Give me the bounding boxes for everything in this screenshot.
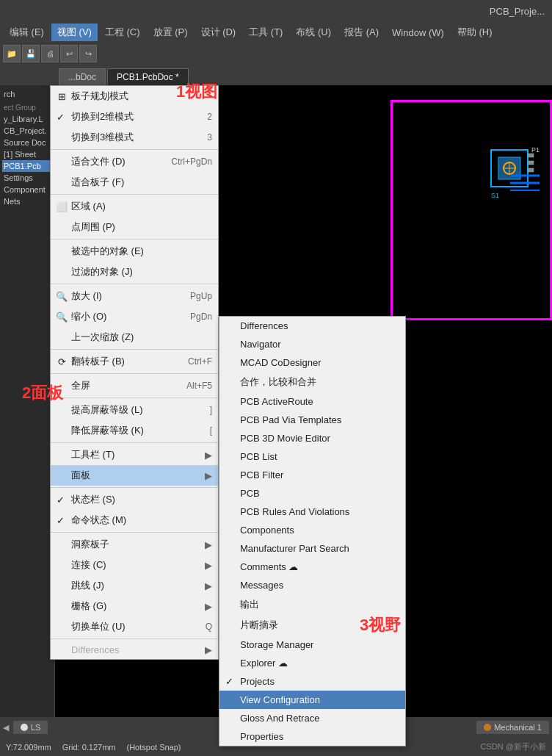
panel-collaborate[interactable]: 合作，比较和合并 (219, 372, 405, 392)
panel-projects[interactable]: ✓ Projects (219, 672, 405, 691)
bottom-tab-ls[interactable]: LS (13, 721, 48, 734)
menu-item-connect[interactable]: 连接 (C) ▶ (51, 555, 218, 575)
panel-pcblist[interactable]: PCB List (219, 447, 405, 466)
menu-item-cmdstatus[interactable]: ✓ 命令状态 (M) (51, 510, 218, 530)
menu-item-prev-zoom[interactable]: 上一次缩放 (Z) (51, 327, 218, 348)
menu-item-toolbar[interactable]: 工具栏 (T) ▶ (51, 444, 218, 465)
menu-item-statusbar[interactable]: ✓ 状态栏 (S) (51, 489, 218, 510)
menu-item-fit-doc[interactable]: 适合文件 (D) Ctrl+PgDn (51, 151, 218, 172)
menu-design[interactable]: 设计 (D) (195, 24, 242, 41)
menu-item-insight[interactable]: 洞察板子 ▶ (51, 534, 218, 555)
panel-output[interactable]: 输出 (219, 594, 405, 615)
board-plan-icon: ⊞ (55, 90, 68, 103)
coord-display: Y:72.009mm (6, 743, 51, 752)
menu-route[interactable]: 布线 (U) (290, 24, 337, 41)
left-panel-item-pcb[interactable]: PCB1.Pcb (2, 160, 52, 172)
left-panel-item-sheet[interactable]: [1] Sheet (2, 148, 52, 160)
left-panel-item-library[interactable]: y_Library.L (2, 113, 52, 125)
sep2 (51, 194, 218, 195)
insight-arrow: ▶ (205, 539, 212, 550)
panel-messages[interactable]: Messages (219, 576, 405, 594)
sep4 (51, 284, 218, 284)
menu-item-zoom-in[interactable]: 🔍 放大 (I) PgUp (51, 286, 218, 306)
tab-schematic[interactable]: ...bDoc (59, 68, 106, 85)
sep1 (51, 149, 218, 150)
left-panel-item-settings[interactable]: Settings (2, 172, 52, 184)
panel-activeroute[interactable]: PCB ActiveRoute (219, 392, 405, 411)
check-cmd: ✓ (57, 515, 65, 526)
menu-item-jumpwire[interactable]: 跳线 (J) ▶ (51, 575, 218, 596)
left-panel-search[interactable]: rch (2, 88, 52, 100)
toolbar-btn-print[interactable]: 🖨 (41, 45, 59, 62)
menu-item-3d[interactable]: 切换到3维模式 3 (51, 127, 218, 148)
menu-edit[interactable]: 编辑 (E) (4, 24, 50, 41)
menu-item-mask-up[interactable]: 提高屏蔽等级 (L) ] (51, 400, 218, 420)
tab-pcb[interactable]: PCB1.PcbDoc * (107, 68, 189, 85)
toolbar-btn-folder-open[interactable]: 📁 (3, 45, 21, 62)
panel-submenu: Differences Navigator MCAD CoDesigner 合作… (219, 316, 406, 746)
menu-view[interactable]: 视图 (V) (51, 24, 98, 41)
panel-mcad[interactable]: MCAD CoDesigner (219, 353, 405, 372)
menu-item-grid[interactable]: 栅格 (G) ▶ (51, 596, 218, 616)
toolbar-btn-redo[interactable]: ↪ (79, 45, 97, 62)
menu-item-2d[interactable]: ✓ 切换到2维模式 2 (51, 107, 218, 127)
menu-item-around[interactable]: 点周围 (P) (51, 217, 218, 237)
panel-differences[interactable]: Differences (219, 317, 405, 335)
menu-item-unit[interactable]: 切换单位 (U) Q (51, 616, 218, 637)
jumpwire-arrow: ▶ (205, 580, 212, 591)
toolbar-btn-save[interactable]: 💾 (22, 45, 40, 62)
panel-properties[interactable]: Properties (219, 727, 405, 746)
view-dropdown-menu: ⊞ 板子规划模式 ✓ 切换到2维模式 2 切换到3维模式 3 适合文件 (D) … (50, 85, 219, 660)
sep7 (51, 397, 218, 398)
menu-item-zoom-out[interactable]: 🔍 缩小 (O) PgDn (51, 306, 218, 327)
panel-navigator[interactable]: Navigator (219, 335, 405, 353)
mech-dot (484, 724, 491, 731)
menu-place[interactable]: 放置 (P) (148, 24, 194, 41)
menu-project[interactable]: 工程 (C) (99, 24, 146, 41)
panel-pcbfilter[interactable]: PCB Filter (219, 466, 405, 484)
panel-storage[interactable]: Storage Manager (219, 636, 405, 654)
menu-item-area[interactable]: ⬜ 区域 (A) (51, 196, 218, 217)
menu-item-board-plan[interactable]: ⊞ 板子规划模式 (51, 86, 218, 107)
bottom-tab-mechanical[interactable]: Mechanical 1 (476, 721, 549, 734)
panel-explorer[interactable]: Explorer ☁ (219, 654, 405, 672)
menu-item-filtered[interactable]: 过滤的对象 (J) (51, 262, 218, 282)
zoom-in-icon: 🔍 (55, 289, 68, 303)
panel-components[interactable]: Components (219, 521, 405, 539)
menu-item-flip-board[interactable]: ⟳ 翻转板子 (B) Ctrl+F (51, 351, 218, 372)
panel-comments[interactable]: Comments ☁ (219, 558, 405, 576)
panel-view-config[interactable]: View Configuration (219, 691, 405, 709)
menu-tools[interactable]: 工具 (T) (243, 24, 288, 41)
menu-item-differences[interactable]: Differences ▶ (51, 641, 218, 659)
left-panel-item-project[interactable]: CB_Project. (2, 125, 52, 137)
sep3 (51, 239, 218, 240)
panel-rules-violations[interactable]: PCB Rules And Violations (219, 503, 405, 521)
menu-window[interactable]: Window (W) (386, 25, 450, 40)
menu-item-fullscreen[interactable]: 全屏 Alt+F5 (51, 375, 218, 396)
title-bar: PCB_Proje... (0, 0, 552, 22)
snap-display: (Hotspot Snap) (127, 743, 181, 752)
panel-3dmovie[interactable]: PCB 3D Movie Editor (219, 429, 405, 447)
menu-item-selected[interactable]: 被选中的对象 (E) (51, 241, 218, 262)
sep5 (51, 349, 218, 350)
left-panel-item-sourcedoc[interactable]: Source Doc (2, 137, 52, 148)
panel-snippets[interactable]: 片断摘录 (219, 615, 405, 636)
toolbar: 📁 💾 🖨 ↩ ↪ (0, 43, 552, 65)
nav-prev[interactable]: ◀ (3, 723, 9, 732)
panel-pcb[interactable]: PCB (219, 484, 405, 503)
window-title: PCB_Proje... (490, 6, 545, 17)
panel-padvia[interactable]: PCB Pad Via Templates (219, 411, 405, 429)
menu-item-panel[interactable]: 面板 ▶ (51, 465, 218, 486)
left-panel-item-nets[interactable]: Nets (2, 195, 52, 207)
menu-item-fit-board[interactable]: 适合板子 (F) (51, 172, 218, 192)
left-panel-item-components[interactable]: Component (2, 184, 52, 195)
toolbar-btn-undo[interactable]: ↩ (60, 45, 78, 62)
menu-item-mask-down[interactable]: 降低屏蔽等级 (K) [ (51, 420, 218, 441)
panel-mfr-search[interactable]: Manufacturer Part Search (219, 539, 405, 558)
left-panel-section-group: ect Group (2, 102, 52, 113)
panel-gloss-retrace[interactable]: Gloss And Retrace (219, 709, 405, 727)
menu-help[interactable]: 帮助 (H) (451, 24, 498, 41)
sep9 (51, 487, 218, 488)
brand-label: CSDN @新手小新 (481, 741, 546, 752)
menu-report[interactable]: 报告 (A) (338, 24, 385, 41)
